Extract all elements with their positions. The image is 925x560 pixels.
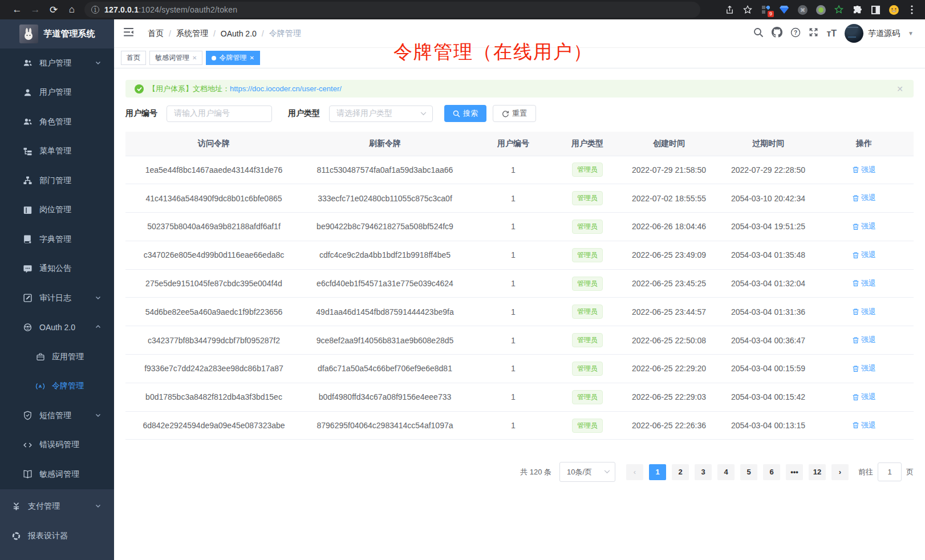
sidebar-item-报表设计器[interactable]: 报表设计器 [0,521,114,551]
force-logout-button[interactable]: 强退 [852,165,876,175]
page-button-6[interactable]: 6 [763,464,780,480]
refresh-token-cell: dfa6c71a50a54c66bef706ef9e6e8d81 [302,355,468,383]
tab-close-icon[interactable]: ✕ [192,51,197,64]
page-button-12[interactable]: 12 [809,464,826,480]
extension-star-icon[interactable] [834,5,844,15]
action-cell: 强退 [814,269,914,298]
force-logout-button[interactable]: 强退 [852,307,876,317]
alert-close-icon[interactable]: ✕ [896,84,903,94]
search-button[interactable]: 搜索 [444,105,486,122]
help-icon[interactable]: ? [790,27,801,40]
fullscreen-icon[interactable] [809,27,818,39]
user-type-select[interactable]: 请选择用户类型 [329,105,433,122]
browser-reload-button[interactable]: ⟳ [44,4,63,16]
doc-alert: 【用户体系】文档地址： https://doc.iocoder.cn/user-… [125,80,914,98]
breadcrumb-item[interactable]: 首页 [148,29,164,39]
tab-首页[interactable]: 首页 [121,51,146,65]
force-logout-button[interactable]: 强退 [852,250,876,260]
sidebar-item-菜单管理[interactable]: 菜单管理 [0,137,114,167]
next-page-button[interactable]: › [831,464,849,480]
page-button-2[interactable]: 2 [672,464,689,480]
extension-square-icon[interactable] [870,5,881,15]
sidebar-item-审计日志[interactable]: 审计日志 [0,283,114,313]
font-size-icon[interactable]: ᴛT [826,29,837,39]
extension-dot-icon[interactable] [816,5,826,15]
share-icon[interactable] [724,5,735,15]
sidebar-item-用户管理[interactable]: 用户管理 [0,78,114,108]
page-button-5[interactable]: 5 [740,464,757,480]
force-logout-button[interactable]: 强退 [852,193,876,203]
extension-puzzle-icon[interactable] [852,5,862,15]
force-logout-button[interactable]: 强退 [852,420,876,431]
column-header: 操作 [814,132,914,156]
sidebar-item-label: 岗位管理 [39,205,71,215]
prev-page-button[interactable]: ‹ [626,464,643,480]
avatar[interactable] [845,24,863,43]
force-logout-button[interactable]: 强退 [852,221,876,232]
browser-menu-icon[interactable] [907,5,917,15]
sidebar-item-错误码管理[interactable]: 错误码管理 [0,431,114,460]
sidebar-menu: 租户管理用户管理角色管理菜单管理部门管理岗位管理字典管理通知公告审计日志OAut… [0,48,114,551]
user-caret-down-icon[interactable]: ▼ [908,30,914,36]
force-logout-button[interactable]: 强退 [852,363,876,374]
force-logout-button[interactable]: 强退 [852,278,876,289]
breadcrumb: 首页/系统管理/OAuth 2.0/令牌管理 [148,29,301,39]
sidebar-item-角色管理[interactable]: 角色管理 [0,107,114,137]
github-icon[interactable] [772,27,782,40]
page-button-3[interactable]: 3 [695,464,712,480]
user-id-cell: 1 [468,156,559,184]
extension-grid-icon[interactable]: 9 [761,5,771,15]
browser-home-button[interactable]: ⌂ [63,4,81,15]
pagination: 共 120 条 10条/页 ‹ 123456•••12 › 前往 1 页 [125,462,914,482]
sidebar-toggle-icon[interactable] [124,28,133,39]
extension-gem-icon[interactable] [779,5,789,15]
tab-label: 令牌管理 [219,51,246,64]
user-name[interactable]: 芋道源码 [868,29,900,39]
extension-emoji-icon[interactable] [889,5,899,15]
page-button-4[interactable]: 4 [717,464,735,480]
sidebar-item-岗位管理[interactable]: 岗位管理 [0,196,114,225]
sidebar-item-租户管理[interactable]: 租户管理 [0,48,114,78]
sidebar-item-oauth-2.0[interactable]: OAuth 2.0 [0,313,114,343]
alert-doc-link[interactable]: https://doc.iocoder.cn/user-center/ [230,84,342,93]
search-icon[interactable] [753,27,764,40]
browser-chrome: ← → ⟳ ⌂ i 127.0.0.1:1024/system/oauth2/t… [0,0,925,19]
page-size-select[interactable]: 10条/页 [559,462,615,482]
user-type-badge: 管理员 [572,191,603,205]
force-logout-button[interactable]: 强退 [852,392,876,402]
bookmark-star-icon[interactable] [743,5,753,15]
tree-icon [23,176,33,185]
sidebar-item-部门管理[interactable]: 部门管理 [0,166,114,196]
chevron-down-icon [95,59,102,68]
sidebar-item-通知公告[interactable]: 通知公告 [0,254,114,284]
select-caret-icon [604,470,610,474]
url-bar[interactable]: i 127.0.0.1:1024/system/oauth2/token [84,2,700,18]
breadcrumb-item[interactable]: 系统管理 [176,29,208,39]
sidebar-item-短信管理[interactable]: 短信管理 [0,401,114,431]
access-token-cell: 502375b8040a469a9b82188afdf6af1f [125,213,302,241]
app-logo[interactable]: 芋道管理系统 [0,19,114,48]
breadcrumb-item[interactable]: OAuth 2.0 [221,29,257,38]
site-info-icon[interactable]: i [91,6,99,14]
tab-敏感词管理[interactable]: 敏感词管理✕ [149,51,202,65]
tab-令牌管理[interactable]: 令牌管理✕ [206,51,259,65]
sidebar-item-令牌管理[interactable]: A令牌管理 [0,372,114,401]
reset-button[interactable]: 重置 [493,105,536,122]
sidebar-item-字典管理[interactable]: 字典管理 [0,225,114,254]
tab-close-icon[interactable]: ✕ [249,51,254,64]
create-time-cell: 2022-07-29 21:58:50 [616,156,722,184]
browser-forward-button[interactable]: → [26,4,44,15]
sidebar-item-支付管理[interactable]: 支付管理 [0,492,114,521]
force-logout-button[interactable]: 强退 [852,335,876,345]
browser-back-button[interactable]: ← [8,4,26,15]
goto-page-input[interactable]: 1 [878,462,902,481]
user-type-badge: 管理员 [572,277,603,291]
sidebar-item-敏感词管理[interactable]: 敏感词管理 [0,460,114,489]
extension-command-icon[interactable]: ⌘ [797,5,808,15]
user-id-input[interactable]: 请输入用户编号 [167,105,272,122]
sidebar-item-label: 租户管理 [39,58,71,68]
page-button-1[interactable]: 1 [649,464,666,480]
page-ellipsis[interactable]: ••• [786,464,803,480]
sidebar-item-应用管理[interactable]: 应用管理 [0,342,114,372]
chevron-down-icon [95,411,102,420]
